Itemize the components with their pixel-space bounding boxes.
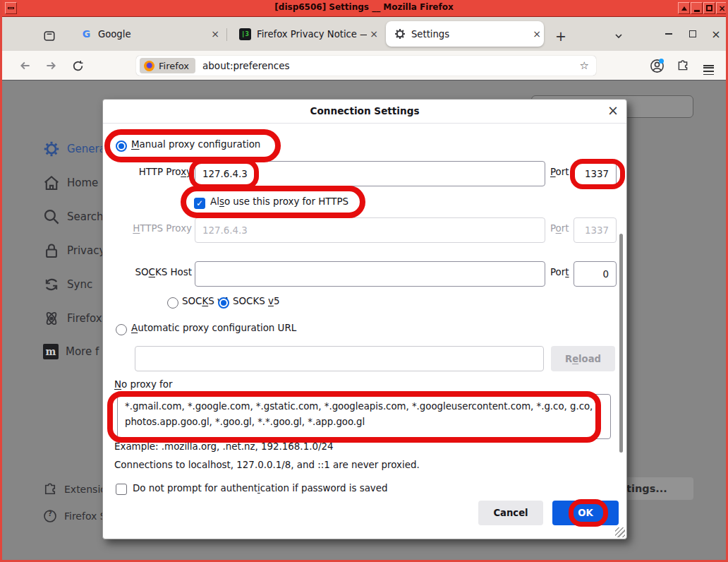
dialog-title: Connection Settings xyxy=(103,105,626,116)
window-titlebar: [disp6506] Settings __ Mozilla Firefox × xyxy=(2,0,726,17)
tab-label: Google xyxy=(98,29,208,40)
gear-icon xyxy=(394,28,406,40)
window-maximize-button-wm[interactable] xyxy=(703,2,715,14)
tab-settings[interactable]: Settings × xyxy=(386,21,544,47)
auto-proxy-url-input xyxy=(135,346,544,371)
url-bar[interactable]: Firefox about:preferences ☆ xyxy=(136,56,596,76)
tab-close-icon[interactable]: × xyxy=(208,28,222,40)
tab-privacy-notice[interactable]: |3 Firefox Privacy Notice — M × xyxy=(231,21,381,47)
connection-settings-dialog: Connection Settings × Manual proxy confi… xyxy=(102,99,627,539)
puzzle-icon xyxy=(43,482,57,496)
window-iconify-button[interactable] xyxy=(691,2,703,14)
socks-host-input[interactable] xyxy=(195,261,545,287)
bookmark-star-icon[interactable]: ☆ xyxy=(580,59,589,72)
dialog-resize-grip[interactable] xyxy=(615,527,625,537)
question-icon: ? xyxy=(43,509,57,523)
no-auth-prompt-label[interactable]: Do not prompt for authentication if pass… xyxy=(133,483,388,494)
http-proxy-input[interactable]: 127.6.4.3 xyxy=(195,161,545,186)
firefox-view-button[interactable] xyxy=(41,28,58,44)
firefox-window: [disp6506] Settings __ Mozilla Firefox ×… xyxy=(0,0,728,562)
back-icon xyxy=(19,59,32,72)
gear-icon xyxy=(43,140,60,157)
window-minimize-button[interactable] xyxy=(660,25,678,43)
window-maximize-button[interactable] xyxy=(684,25,702,43)
tab-separator xyxy=(226,28,227,41)
tab-list-button[interactable] xyxy=(609,26,629,46)
sidebar-item-label: Firefox xyxy=(67,312,102,325)
window-close-icon: × xyxy=(711,28,720,41)
tab-bar: G Google × |3 Firefox Privacy Notice — M… xyxy=(2,17,726,51)
sidebar-footer-label: Extensio xyxy=(64,484,107,495)
https-port-input: 1337 xyxy=(574,217,617,243)
tab-label: Firefox Privacy Notice — M xyxy=(257,29,367,40)
close-icon: × xyxy=(718,4,725,13)
example-text: Example: .mozilla.org, .net.nz, 192.168.… xyxy=(114,441,333,452)
new-tab-button[interactable]: + xyxy=(551,26,571,46)
sidebar-item-label: Privacy xyxy=(67,244,105,257)
sidebar-item-label: Home xyxy=(67,177,98,189)
manual-proxy-radio[interactable] xyxy=(116,140,127,152)
firefox-view-icon xyxy=(43,30,56,42)
socks-port-label: Port xyxy=(550,267,569,277)
cancel-button[interactable]: Cancel xyxy=(478,501,543,525)
sidebar-item-firefox-labs: Firefox xyxy=(43,310,102,327)
privacy-notice-favicon: |3 xyxy=(239,28,251,40)
dialog-header-separator xyxy=(103,123,626,124)
sidebar-item-sync: Sync xyxy=(43,276,92,293)
use-proxy-for-https-label[interactable]: Also use this proxy for HTTPS xyxy=(210,196,348,207)
sidebar-item-home: Home xyxy=(43,174,98,191)
http-port-input[interactable]: 1337 xyxy=(574,161,617,186)
localhost-note-text: Connections to localhost, 127.0.0.1/8, a… xyxy=(114,460,420,470)
manual-proxy-label[interactable]: Manual proxy configuration xyxy=(131,139,260,150)
reload-button: Reload xyxy=(551,346,615,371)
socks-v4-radio[interactable] xyxy=(167,297,178,309)
auto-proxy-label[interactable]: Automatic proxy configuration URL xyxy=(131,323,296,333)
extensions-button[interactable] xyxy=(674,56,692,75)
window-title: [disp6506] Settings __ Mozilla Firefox xyxy=(2,2,726,12)
reload-icon xyxy=(72,60,84,72)
extensions-icon xyxy=(677,59,689,72)
tab-close-icon[interactable]: × xyxy=(367,28,381,40)
search-icon xyxy=(43,208,60,225)
socks-port-input[interactable]: 0 xyxy=(574,261,617,287)
sidebar-item-label: Sync xyxy=(67,278,92,291)
container-chip-label: Firefox xyxy=(159,61,189,71)
dialog-close-button[interactable]: × xyxy=(605,102,621,118)
https-proxy-label: HTTPS Proxy xyxy=(103,223,192,234)
tab-close-icon[interactable]: × xyxy=(530,28,544,40)
firefox-logo-icon xyxy=(144,61,154,71)
use-proxy-for-https-checkbox[interactable]: ✓ xyxy=(194,198,205,209)
maximize-icon xyxy=(706,5,712,11)
account-button[interactable] xyxy=(648,56,666,75)
nav-toolbar: Firefox about:preferences ☆ xyxy=(2,51,726,80)
reload-button[interactable] xyxy=(68,56,87,75)
socks-v5-label[interactable]: SOCKS v5 xyxy=(233,296,279,306)
no-auth-prompt-checkbox[interactable] xyxy=(116,484,127,495)
no-proxy-for-textarea[interactable]: *.gmail.com, *.google.com, *.gstatic.com… xyxy=(117,394,611,439)
google-favicon: G xyxy=(80,28,92,40)
window-close-button[interactable]: × xyxy=(707,25,725,43)
window-close-button-wm[interactable]: × xyxy=(716,2,728,14)
sidebar-item-more-from-mozilla: m More f xyxy=(43,344,99,359)
no-proxy-for-label: No proxy for xyxy=(114,379,173,390)
http-proxy-label: HTTP Proxy xyxy=(103,167,192,177)
url-text: about:preferences xyxy=(202,60,580,71)
ok-button[interactable]: OK xyxy=(552,501,619,525)
socks-v5-radio[interactable] xyxy=(218,297,229,309)
new-tab-icon: + xyxy=(555,28,566,44)
dialog-scrollbar-thumb[interactable] xyxy=(619,234,623,453)
socks-host-label: SOCKS Host xyxy=(103,267,192,277)
forward-icon xyxy=(44,59,57,72)
auto-proxy-radio[interactable] xyxy=(116,324,127,335)
dialog-close-icon: × xyxy=(607,102,619,118)
tab-label: Settings xyxy=(411,29,530,40)
window-shade-button[interactable] xyxy=(678,2,690,14)
checkmark-icon: ✓ xyxy=(196,198,203,208)
flask-icon xyxy=(43,310,60,327)
sidebar-item-search: Search xyxy=(43,208,104,225)
back-button[interactable] xyxy=(16,56,35,75)
tab-google[interactable]: G Google × xyxy=(73,21,222,47)
menu-button[interactable] xyxy=(699,56,717,75)
notification-dot xyxy=(659,59,664,64)
forward-button[interactable] xyxy=(42,56,60,75)
